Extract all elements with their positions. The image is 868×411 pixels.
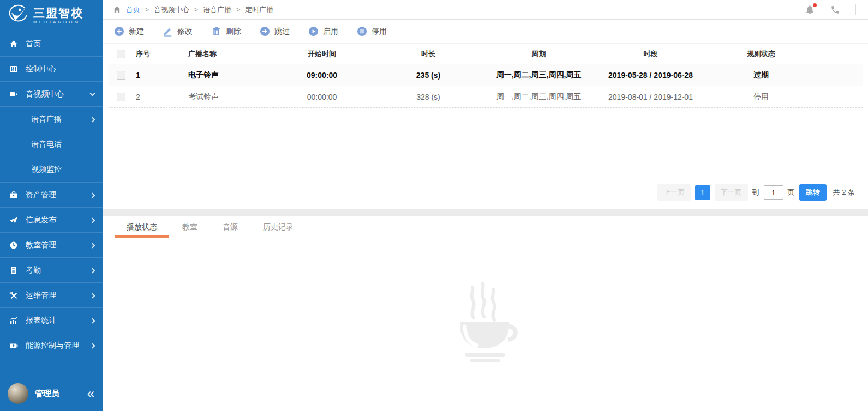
sidebar-item-classroom[interactable]: 教室管理 bbox=[0, 233, 103, 258]
total-count: 共 2 条 bbox=[833, 188, 855, 197]
sidebar-item-reports[interactable]: 报表统计 bbox=[0, 308, 103, 333]
table-header-row: 序号 广播名称 开始时间 时长 周期 时段 规则状态 bbox=[109, 44, 863, 64]
chevron-right-icon bbox=[90, 192, 95, 198]
select-all-checkbox[interactable] bbox=[117, 50, 125, 58]
home-icon bbox=[8, 40, 20, 49]
skip-button[interactable]: 跳过 bbox=[260, 26, 290, 37]
breadcrumb-item-voice-broadcast[interactable]: 语音广播 bbox=[203, 5, 231, 15]
control-center-icon bbox=[8, 65, 20, 74]
sidebar-item-assets[interactable]: 资产管理 bbox=[0, 183, 103, 208]
jump-button[interactable]: 跳转 bbox=[799, 184, 827, 201]
app-logo: 三盟智校 MEDIAROOM bbox=[0, 0, 103, 32]
sidebar-item-attendance[interactable]: 考勤 bbox=[0, 258, 103, 283]
page-1-button[interactable]: 1 bbox=[695, 185, 710, 200]
sidebar-subitem-voice-phone[interactable]: 语音电话 bbox=[0, 132, 103, 157]
phone-icon[interactable] bbox=[830, 5, 840, 15]
status-badge: 停用 bbox=[707, 92, 816, 102]
user-name: 管理员 bbox=[28, 389, 87, 399]
empty-state bbox=[103, 238, 868, 411]
sidebar: 三盟智校 MEDIAROOM 首页 控制中心 音视频 bbox=[0, 0, 103, 411]
sidebar-menu: 首页 控制中心 音视频中心 语音广播 bbox=[0, 32, 103, 380]
battery-icon bbox=[8, 341, 20, 350]
tab-history[interactable]: 历史记录 bbox=[250, 216, 306, 238]
sidebar-item-info-publish[interactable]: 信息发布 bbox=[0, 208, 103, 233]
pencil-icon bbox=[163, 26, 173, 37]
tab-classroom[interactable]: 教室 bbox=[170, 216, 210, 238]
table-row[interactable]: 1 电子铃声 09:00:00 235 (s) 周一,周二,周三,周四,周五 2… bbox=[109, 64, 863, 86]
briefcase-icon bbox=[8, 191, 20, 200]
sidebar-item-home[interactable]: 首页 bbox=[0, 32, 103, 57]
sidebar-item-ops[interactable]: 运维管理 bbox=[0, 283, 103, 308]
plus-circle-icon bbox=[114, 26, 124, 37]
breadcrumb-item-home[interactable]: 首页 bbox=[126, 5, 140, 15]
notification-dot bbox=[813, 3, 817, 7]
edit-button[interactable]: 修改 bbox=[163, 26, 193, 37]
chart-icon bbox=[8, 316, 20, 325]
sidebar-subitem-voice-broadcast[interactable]: 语音广播 bbox=[0, 107, 103, 132]
pause-circle-icon bbox=[357, 26, 367, 37]
collapse-sidebar-icon[interactable]: « bbox=[87, 387, 94, 400]
logo-bird-icon bbox=[5, 4, 29, 28]
tools-icon bbox=[8, 291, 20, 300]
page-jump-input[interactable] bbox=[764, 185, 783, 200]
sidebar-item-energy[interactable]: 能源控制与管理 bbox=[0, 333, 103, 358]
sidebar-item-av-center[interactable]: 音视频中心 bbox=[0, 82, 103, 107]
main-area: 首页 > 音视频中心 > 语音广播 > 定时广播 新建 bbox=[103, 0, 868, 411]
enable-button[interactable]: 启用 bbox=[308, 26, 338, 37]
disable-button[interactable]: 停用 bbox=[357, 26, 387, 37]
delete-button[interactable]: 删除 bbox=[211, 26, 241, 37]
status-badge: 过期 bbox=[707, 70, 816, 80]
prev-page-button[interactable]: 上一页 bbox=[657, 184, 691, 201]
chevron-right-icon bbox=[90, 243, 95, 248]
topbar-actions bbox=[805, 4, 856, 15]
logo-title: 三盟智校 bbox=[33, 7, 83, 19]
coffee-cup-icon bbox=[451, 282, 520, 367]
topbar-divider bbox=[855, 4, 856, 15]
user-row: 管理员 « bbox=[0, 380, 103, 411]
pagination: 上一页 1 下一页 到 页 跳转 共 2 条 bbox=[103, 184, 868, 209]
detail-tabs: 播放状态 教室 音源 历史记录 bbox=[103, 216, 868, 238]
notifications-bell-icon[interactable] bbox=[805, 4, 815, 15]
tab-audio-source[interactable]: 音源 bbox=[210, 216, 250, 238]
detail-panel: 播放状态 教室 音源 历史记录 bbox=[103, 216, 868, 411]
sidebar-subitem-video-monitor[interactable]: 视频监控 bbox=[0, 157, 103, 182]
row-checkbox[interactable] bbox=[117, 93, 125, 101]
breadcrumb-item-scheduled-broadcast: 定时广播 bbox=[245, 5, 273, 15]
av-center-icon bbox=[8, 90, 20, 99]
av-center-submenu: 语音广播 语音电话 视频监控 bbox=[0, 107, 103, 183]
chevron-right-icon bbox=[90, 318, 95, 323]
chevron-right-icon bbox=[90, 293, 95, 298]
avatar[interactable] bbox=[8, 383, 28, 404]
breadcrumb-item-av-center[interactable]: 音视频中心 bbox=[154, 5, 189, 15]
broadcast-panel: 新建 修改 删除 跳过 bbox=[103, 20, 868, 209]
table-row[interactable]: 2 考试铃声 00:00:00 328 (s) 周一,周二,周三,周四,周五 2… bbox=[109, 86, 863, 108]
row-checkbox[interactable] bbox=[117, 71, 125, 80]
play-circle-icon bbox=[308, 26, 319, 37]
broadcast-table: 序号 广播名称 开始时间 时长 周期 时段 规则状态 1 电子铃声 09:00:… bbox=[103, 44, 868, 108]
sidebar-item-control-center[interactable]: 控制中心 bbox=[0, 57, 103, 82]
chevron-right-icon bbox=[90, 268, 95, 273]
logo-subtitle: MEDIAROOM bbox=[33, 20, 83, 25]
trash-icon bbox=[211, 26, 222, 37]
next-page-button[interactable]: 下一页 bbox=[715, 184, 748, 201]
document-icon bbox=[8, 266, 20, 275]
paper-plane-icon bbox=[8, 216, 20, 225]
topbar: 首页 > 音视频中心 > 语音广播 > 定时广播 bbox=[103, 0, 868, 20]
chevron-down-icon bbox=[90, 90, 95, 96]
breadcrumb-home-icon bbox=[113, 5, 121, 14]
chevron-right-icon bbox=[90, 117, 95, 123]
create-button[interactable]: 新建 bbox=[114, 26, 144, 37]
toolbar: 新建 修改 删除 跳过 bbox=[103, 20, 868, 44]
chevron-right-icon bbox=[90, 343, 95, 348]
breadcrumb: 首页 > 音视频中心 > 语音广播 > 定时广播 bbox=[113, 5, 273, 15]
arrow-circle-icon bbox=[260, 26, 270, 37]
clock-icon bbox=[8, 241, 20, 250]
chevron-right-icon bbox=[90, 217, 95, 223]
tab-play-status[interactable]: 播放状态 bbox=[114, 216, 170, 238]
